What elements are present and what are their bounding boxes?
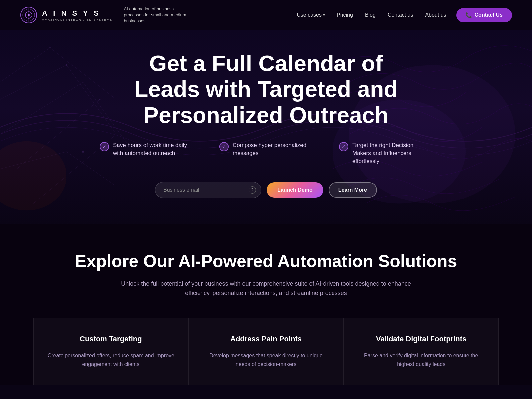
checkpoint-text-1: Save hours of work time daily with autom… (113, 141, 193, 157)
card-text-1: Create personalized offers, reduce spam … (47, 351, 175, 368)
checkpoint-1: ✓ Save hours of work time daily with aut… (100, 141, 193, 165)
svg-point-17 (99, 99, 100, 100)
help-icon[interactable]: ? (249, 186, 256, 194)
nav-about[interactable]: About us (425, 12, 446, 18)
cards-row: Custom Targeting Create personalized off… (33, 318, 499, 385)
check-icon-3: ✓ (339, 142, 348, 151)
learn-more-button[interactable]: Learn More (329, 182, 377, 198)
svg-line-7 (0, 82, 83, 134)
contact-us-button[interactable]: 📞 Contact Us (456, 8, 512, 22)
navbar: A I N S Y S AMAZINGLY INTEGRATED SYSTEMS… (0, 0, 532, 30)
checkpoint-text-3: Target the right Decision Makers and Inf… (352, 141, 432, 165)
card-pain-points: Address Pain Points Develop messages tha… (189, 318, 344, 385)
brand-sub: AMAZINGLY INTEGRATED SYSTEMS (42, 18, 113, 21)
phone-icon: 📞 (466, 12, 472, 18)
nav-pricing[interactable]: Pricing (337, 12, 353, 18)
svg-point-19 (82, 150, 84, 152)
svg-point-22 (0, 141, 66, 210)
nav-blog[interactable]: Blog (365, 12, 376, 18)
svg-line-6 (0, 65, 66, 99)
svg-line-13 (50, 48, 116, 99)
hero-checkpoints: ✓ Save hours of work time daily with aut… (100, 141, 432, 165)
card-title-1: Custom Targeting (47, 335, 175, 343)
hero-title: Get a Full Calendar of Leads with Target… (116, 50, 416, 128)
nav-use-cases[interactable]: Use cases ▾ (297, 12, 325, 18)
hero-actions: ? Launch Demo Learn More (155, 182, 377, 198)
svg-point-16 (66, 64, 67, 66)
email-input[interactable] (155, 182, 261, 198)
svg-point-18 (49, 47, 51, 48)
card-digital-footprints: Validate Digital Footprints Parse and ve… (343, 318, 499, 385)
svg-line-14 (0, 152, 66, 169)
nav-contact[interactable]: Contact us (388, 12, 413, 18)
svg-line-12 (0, 48, 50, 82)
brand-tagline: AI automation of business processes for … (124, 6, 191, 24)
nav-links: Use cases ▾ Pricing Blog Contact us Abou… (297, 12, 446, 18)
logo[interactable]: A I N S Y S AMAZINGLY INTEGRATED SYSTEMS… (20, 6, 191, 24)
svg-line-8 (17, 99, 100, 169)
card-text-3: Parse and verify digital information to … (357, 351, 485, 368)
card-text-2: Develop messages that speak directly to … (202, 351, 330, 368)
solutions-section: Explore Our AI-Powered Automation Soluti… (0, 224, 532, 386)
email-input-wrap: ? (155, 182, 261, 198)
card-title-3: Validate Digital Footprints (357, 335, 485, 343)
check-icon-2: ✓ (219, 142, 229, 151)
chevron-down-icon: ▾ (323, 13, 325, 17)
card-title-2: Address Pain Points (202, 335, 330, 343)
svg-line-10 (66, 65, 116, 134)
check-icon-1: ✓ (100, 142, 109, 151)
checkpoint-3: ✓ Target the right Decision Makers and I… (339, 141, 432, 165)
solutions-title: Explore Our AI-Powered Automation Soluti… (33, 251, 499, 271)
hero-section: Get a Full Calendar of Leads with Target… (0, 30, 532, 224)
launch-demo-button[interactable]: Launch Demo (267, 182, 323, 198)
solutions-subtitle: Unlock the full potential of your busine… (120, 279, 412, 298)
card-custom-targeting: Custom Targeting Create personalized off… (33, 318, 189, 385)
checkpoint-2: ✓ Compose hyper personalized messages (219, 141, 313, 165)
logo-icon (20, 6, 37, 24)
brand-name: A I N S Y S (42, 9, 113, 18)
checkpoint-text-2: Compose hyper personalized messages (233, 141, 313, 157)
